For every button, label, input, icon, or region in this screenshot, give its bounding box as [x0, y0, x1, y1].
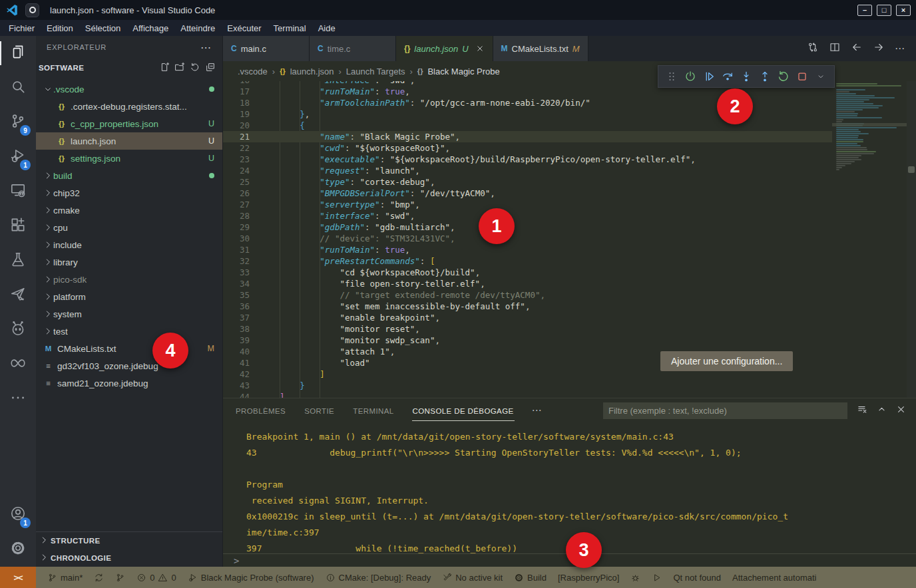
section-structure[interactable]: STRUCTURE — [36, 532, 222, 549]
continue-icon[interactable] — [701, 69, 717, 84]
menu-terminal[interactable]: Terminal — [268, 22, 312, 35]
menu-exécuter[interactable]: Exécuter — [221, 22, 267, 35]
status-item[interactable]: CMake: [Debug]: Ready — [326, 573, 431, 583]
status-item[interactable]: Qt not found — [673, 573, 721, 583]
workspace-section-header[interactable]: SOFTWARE — [36, 59, 222, 76]
tree-item-.cortex-debug.registers.stat...[interactable]: {}.cortex-debug.registers.stat... — [36, 98, 222, 115]
tree-item-pico-sdk[interactable]: pico-sdk — [36, 271, 222, 288]
navigate-back-icon[interactable] — [851, 41, 863, 56]
activity-account[interactable]: 1 — [0, 498, 36, 532]
menu-affichage[interactable]: Affichage — [126, 22, 174, 35]
activity-infinity-extension[interactable] — [0, 347, 36, 382]
breadcrumb-item[interactable]: Launch Targets — [346, 67, 405, 76]
tree-item-cpu[interactable]: cpu — [36, 219, 222, 236]
tree-item-gd32vf103_ozone.jdebug[interactable]: ≡gd32vf103_ozone.jdebug — [36, 357, 222, 374]
status-item[interactable] — [94, 573, 104, 583]
collapse-all-button[interactable] — [205, 62, 216, 74]
console-filter-input[interactable] — [603, 402, 847, 419]
navigate-forward-icon[interactable] — [873, 41, 885, 56]
status-item[interactable]: Attachement automati — [732, 573, 816, 583]
menu-aide[interactable]: Aide — [312, 22, 342, 35]
close-panel-icon[interactable] — [895, 404, 907, 418]
status-item[interactable] — [115, 573, 125, 583]
breadcrumb-item[interactable]: Black Magic Probe — [427, 67, 499, 76]
activity-extensions[interactable] — [0, 209, 36, 243]
panel-tab-PROBLÈMES[interactable]: PROBLÈMES — [235, 400, 286, 421]
minimize-button[interactable]: – — [857, 5, 872, 16]
step-over-icon[interactable] — [720, 69, 736, 84]
status-item[interactable]: No active kit — [442, 573, 503, 583]
breadcrumb-item[interactable]: .vscode — [238, 67, 268, 76]
activity-remote-explorer[interactable] — [0, 174, 36, 209]
panel-tab-CONSOLE DE DÉBOGAGE[interactable]: CONSOLE DE DÉBOGAGE — [412, 400, 515, 421]
maximize-button[interactable]: □ — [877, 5, 891, 16]
tree-item-cmake[interactable]: cmake — [36, 202, 222, 219]
tree-item-test[interactable]: test — [36, 323, 222, 340]
new-folder-button[interactable] — [174, 62, 185, 74]
activity-testing[interactable] — [0, 243, 36, 278]
close-button[interactable]: × — [896, 5, 911, 16]
split-editor-icon[interactable] — [829, 41, 841, 56]
activity-search[interactable] — [0, 71, 36, 105]
panel-more-button[interactable]: ⋯ — [532, 404, 543, 416]
status-item[interactable]: Build — [514, 573, 547, 583]
close-tab-icon[interactable] — [475, 44, 485, 53]
tree-item-.vscode[interactable]: .vscode — [36, 80, 222, 98]
stop-icon[interactable] — [794, 69, 810, 84]
menu-sélection[interactable]: Sélection — [79, 22, 126, 35]
step-out-icon[interactable] — [757, 69, 773, 84]
tree-item-samd21_ozone.jdebug[interactable]: ≡samd21_ozone.jdebug — [36, 374, 222, 392]
tree-item-launch.json[interactable]: {}launch.jsonU — [36, 132, 222, 150]
menu-edition[interactable]: Edition — [41, 22, 79, 35]
menu-atteindre[interactable]: Atteindre — [174, 22, 221, 35]
maximize-panel-icon[interactable] — [876, 404, 887, 418]
tree-item-c_cpp_properties.json[interactable]: {}c_cpp_properties.jsonU — [36, 115, 222, 132]
editor-scrollbar[interactable] — [907, 81, 916, 398]
tree-item-library[interactable]: library — [36, 253, 222, 271]
activity-deploy-tools[interactable] — [0, 278, 36, 313]
activity-run-and-debug[interactable]: 1 — [0, 140, 36, 174]
status-item[interactable]: [RaspberryPico] — [558, 573, 619, 583]
tree-item-system[interactable]: system — [36, 305, 222, 323]
tab-time.c[interactable]: Ctime.c — [310, 36, 396, 61]
activity-explorer[interactable] — [0, 36, 36, 71]
add-configuration-button[interactable]: Ajouter une configuration... — [660, 351, 793, 371]
grip-icon[interactable] — [664, 69, 680, 84]
tree-item-settings.json[interactable]: {}settings.jsonU — [36, 150, 222, 167]
refresh-button[interactable] — [190, 62, 200, 74]
status-item[interactable]: Black Magic Probe (software) — [188, 573, 314, 583]
power-icon[interactable] — [682, 69, 698, 84]
panel-tab-SORTIE[interactable]: SORTIE — [304, 400, 335, 421]
sidebar-more-button[interactable]: ⋯ — [200, 41, 212, 54]
new-file-button[interactable] — [159, 62, 170, 74]
status-item[interactable]: main* — [47, 573, 83, 583]
minimap[interactable] — [832, 81, 907, 398]
activity-source-control[interactable]: 9 — [0, 105, 36, 140]
panel-tab-TERMINAL[interactable]: TERMINAL — [352, 400, 394, 421]
tree-item-CMakeLists.txt[interactable]: MCMakeLists.txtM — [36, 340, 222, 357]
status-item[interactable] — [630, 573, 640, 583]
open-changes-icon[interactable] — [807, 41, 819, 56]
tab-main.c[interactable]: Cmain.c — [223, 36, 310, 61]
clear-console-icon[interactable] — [857, 404, 868, 418]
code-editor[interactable]: 16 "interface": "swd", 17 "runToMain": t… — [223, 81, 916, 398]
more-actions-icon[interactable]: ⋯ — [895, 43, 905, 55]
activity-settings[interactable] — [0, 532, 36, 567]
menu-fichier[interactable]: Fichier — [3, 22, 41, 35]
restart-icon[interactable] — [776, 69, 792, 84]
status-item[interactable]: 00 — [136, 573, 176, 583]
tab-CMakeLists.txt[interactable]: MCMakeLists.txtM — [493, 36, 588, 61]
status-item[interactable] — [652, 573, 662, 583]
activity-alien-extension[interactable] — [0, 313, 36, 347]
remote-indicator[interactable]: >< — [0, 567, 36, 588]
step-into-icon[interactable] — [738, 69, 754, 84]
tree-item-chip32[interactable]: chip32 — [36, 184, 222, 202]
tree-item-build[interactable]: build — [36, 167, 222, 184]
activity-more[interactable] — [0, 382, 36, 416]
tree-item-platform[interactable]: platform — [36, 288, 222, 305]
tab-launch.json[interactable]: {}launch.jsonU — [396, 36, 493, 61]
section-chronologie[interactable]: CHRONOLOGIE — [36, 549, 222, 567]
breadcrumb-item[interactable]: launch.json — [290, 67, 334, 76]
tree-item-include[interactable]: include — [36, 236, 222, 253]
chevron-down-icon[interactable] — [813, 69, 829, 84]
